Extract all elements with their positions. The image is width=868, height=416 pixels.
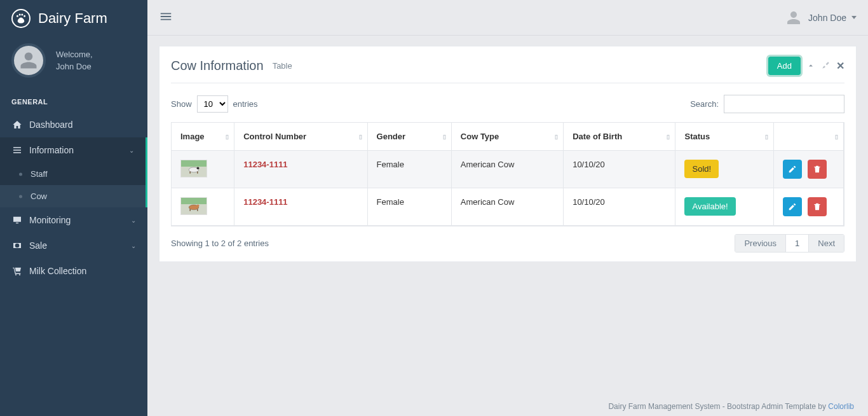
cell-type: American Cow (452, 151, 564, 188)
panel-subtitle: Table (273, 61, 292, 71)
welcome-text: Welcome, (56, 50, 93, 59)
cell-actions (774, 188, 844, 226)
sort-icon: ▯ (667, 134, 670, 140)
table-info: Showing 1 to 2 of 2 entries (171, 239, 269, 248)
brand-title: Dairy Farm (38, 10, 107, 27)
footer: Dairy Farm Management System - Bootstrap… (608, 402, 854, 411)
cow-thumbnail (180, 160, 207, 177)
delete-button[interactable] (808, 160, 827, 179)
nav-label: Monitoring (29, 215, 71, 225)
col-gender[interactable]: Gender▯ (368, 123, 452, 151)
svg-rect-4 (190, 172, 191, 174)
nav-label: Staff (31, 169, 48, 179)
col-type[interactable]: Cow Type▯ (452, 123, 564, 151)
sidebar: Dairy Farm Welcome, John Doe GENERAL Das… (0, 0, 147, 416)
svg-rect-9 (190, 209, 191, 211)
add-button[interactable]: Add (768, 57, 801, 75)
wrench-icon[interactable] (821, 60, 830, 71)
table-row: 11234-1111 Female American Cow 10/10/20 … (172, 151, 844, 188)
close-icon[interactable]: ✕ (836, 60, 844, 72)
cell-type: American Cow (452, 188, 564, 226)
nav-label: Cow (31, 191, 47, 201)
entries-select[interactable]: 10 (197, 95, 228, 113)
edit-button[interactable] (783, 160, 802, 179)
list-icon (11, 145, 23, 155)
topbar-username: John Doe (808, 13, 846, 23)
status-badge: Available! (684, 197, 735, 216)
pager: Previous 1 Next (735, 234, 844, 253)
chevron-down-icon: ⌄ (131, 217, 136, 224)
topbar: John Doe (147, 0, 868, 36)
home-icon (11, 120, 23, 130)
table-row: 11234-1111 Female American Cow 10/10/20 … (172, 188, 844, 226)
svg-rect-10 (197, 209, 198, 211)
status-badge: Sold! (684, 160, 719, 178)
sort-icon: ▯ (359, 134, 362, 140)
cart-icon (11, 266, 23, 276)
sidebar-item-milk-collection[interactable]: Milk Collection (0, 258, 147, 284)
monitor-icon (11, 215, 23, 225)
delete-button[interactable] (808, 197, 827, 216)
welcome-name: John Doe (56, 62, 93, 71)
chevron-down-icon: ⌄ (129, 147, 134, 154)
svg-point-11 (197, 204, 200, 207)
cell-control: 11234-1111 (234, 151, 367, 188)
nav-label: Dashboard (29, 120, 73, 130)
sidebar-item-information[interactable]: Information ⌄ (0, 137, 146, 163)
footer-link[interactable]: Colorlib (828, 402, 854, 411)
chevron-down-icon: ⌄ (131, 242, 136, 249)
svg-rect-5 (197, 172, 198, 174)
cell-dob: 10/10/20 (564, 151, 675, 188)
cell-control: 11234-1111 (234, 188, 367, 226)
nav-label: Sale (29, 240, 47, 251)
cow-table: Image▯ Control Number▯ Gender▯ Cow Type▯… (171, 122, 844, 226)
col-dob[interactable]: Date of Birth▯ (564, 123, 675, 151)
cell-image (172, 188, 234, 226)
cell-actions (774, 151, 844, 188)
pager-prev[interactable]: Previous (735, 235, 785, 252)
avatar-icon (11, 43, 46, 78)
edit-button[interactable] (783, 197, 802, 216)
paw-icon (11, 9, 31, 28)
panel-cow-information: Cow Information Table Add ✕ Show 10 entr… (159, 46, 857, 262)
sidebar-item-monitoring[interactable]: Monitoring ⌄ (0, 207, 147, 233)
money-icon (11, 240, 23, 251)
sidebar-item-dashboard[interactable]: Dashboard (0, 112, 147, 137)
pager-page[interactable]: 1 (785, 235, 809, 252)
nav-label: Information (29, 145, 74, 155)
show-label-post: entries (233, 99, 258, 109)
cell-gender: Female (368, 151, 452, 188)
col-status[interactable]: Status▯ (675, 123, 773, 151)
col-control[interactable]: Control Number▯ (234, 123, 367, 151)
panel-title: Cow Information (171, 59, 264, 73)
sort-icon: ▯ (226, 134, 229, 140)
sidebar-subitem-cow[interactable]: Cow (0, 185, 146, 207)
svg-point-6 (197, 167, 200, 169)
sort-icon: ▯ (555, 134, 558, 140)
sidebar-section: GENERAL (0, 89, 147, 112)
sidebar-item-sale[interactable]: Sale ⌄ (0, 233, 147, 258)
sidebar-user: Welcome, John Doe (0, 36, 147, 89)
sort-icon: ▯ (835, 134, 838, 140)
sort-icon: ▯ (443, 134, 446, 140)
svg-point-0 (15, 274, 17, 275)
main: John Doe Cow Information Table Add ✕ Sho… (147, 0, 868, 416)
brand[interactable]: Dairy Farm (0, 0, 147, 36)
cell-dob: 10/10/20 (564, 188, 675, 226)
show-label-pre: Show (171, 99, 192, 109)
pager-next[interactable]: Next (809, 235, 844, 252)
cow-thumbnail (180, 197, 207, 215)
cell-gender: Female (368, 188, 452, 226)
search-input[interactable] (724, 95, 844, 113)
sort-icon: ▯ (765, 134, 768, 140)
menu-toggle-icon[interactable] (159, 10, 173, 25)
user-menu[interactable]: John Doe (785, 10, 857, 26)
search-label: Search: (690, 99, 719, 109)
col-image[interactable]: Image▯ (172, 123, 234, 151)
caret-down-icon (851, 16, 857, 19)
cell-status: Available! (675, 188, 773, 226)
cell-status: Sold! (675, 151, 773, 188)
col-actions[interactable]: ▯ (774, 123, 844, 151)
collapse-icon[interactable] (807, 61, 815, 71)
sidebar-subitem-staff[interactable]: Staff (0, 163, 146, 185)
